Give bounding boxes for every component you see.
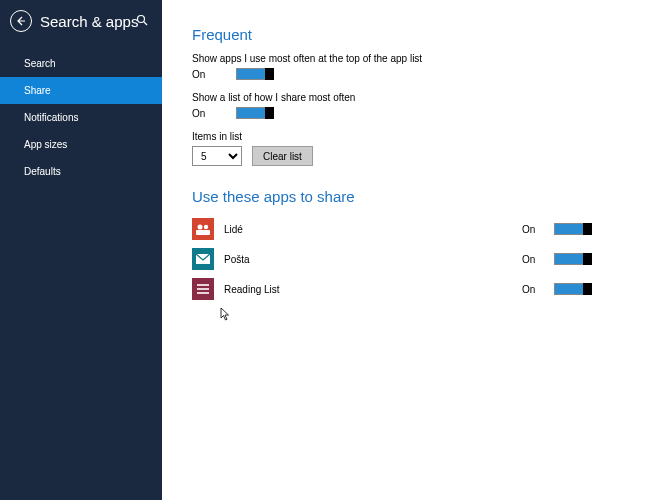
app-name: Reading List — [224, 284, 344, 295]
frequent-opt2-desc: Show a list of how I share most often — [192, 92, 667, 103]
sidebar-item-search[interactable]: Search — [0, 50, 162, 77]
svg-point-0 — [138, 16, 145, 23]
sidebar-header: Search & apps — [0, 0, 162, 46]
app-toggle-state: On — [522, 254, 554, 265]
sidebar: Search & apps Search Share Notifications… — [0, 0, 162, 500]
back-arrow-icon — [16, 16, 26, 26]
frequent-opt1-desc: Show apps I use most often at the top of… — [192, 53, 667, 64]
frequent-opt2-state: On — [192, 108, 236, 119]
app-toggle-reading-list[interactable] — [554, 283, 592, 295]
page-title: Search & apps — [40, 13, 138, 30]
app-toggle-state: On — [522, 284, 554, 295]
frequent-opt2-toggle[interactable] — [236, 107, 274, 119]
svg-line-1 — [144, 22, 147, 25]
frequent-heading: Frequent — [192, 26, 667, 43]
sidebar-item-app-sizes[interactable]: App sizes — [0, 131, 162, 158]
mail-icon — [192, 248, 214, 270]
app-row-posta: Pošta On — [192, 245, 592, 273]
app-name: Pošta — [224, 254, 344, 265]
app-toggle-lide[interactable] — [554, 223, 592, 235]
main-panel: Frequent Show apps I use most often at t… — [162, 0, 667, 500]
sidebar-nav: Search Share Notifications App sizes Def… — [0, 50, 162, 185]
svg-rect-6 — [203, 230, 210, 235]
apps-heading: Use these apps to share — [192, 188, 667, 205]
svg-rect-2 — [192, 218, 214, 240]
svg-rect-5 — [196, 230, 204, 235]
app-toggle-posta[interactable] — [554, 253, 592, 265]
back-button[interactable] — [10, 10, 32, 32]
sidebar-item-share[interactable]: Share — [0, 77, 162, 104]
items-in-list-select[interactable]: 5 — [192, 146, 242, 166]
app-toggle-state: On — [522, 224, 554, 235]
frequent-opt1-state: On — [192, 69, 236, 80]
sidebar-item-defaults[interactable]: Defaults — [0, 158, 162, 185]
app-row-lide: Lidé On — [192, 215, 592, 243]
svg-point-3 — [198, 225, 203, 230]
people-icon — [192, 218, 214, 240]
items-in-list-label: Items in list — [192, 131, 667, 142]
frequent-opt1-toggle[interactable] — [236, 68, 274, 80]
clear-list-button[interactable]: Clear list — [252, 146, 313, 166]
reading-list-icon — [192, 278, 214, 300]
app-row-reading-list: Reading List On — [192, 275, 592, 303]
search-button[interactable] — [136, 14, 148, 26]
app-name: Lidé — [224, 224, 344, 235]
sidebar-item-notifications[interactable]: Notifications — [0, 104, 162, 131]
search-icon — [136, 14, 148, 26]
svg-point-4 — [204, 225, 208, 229]
